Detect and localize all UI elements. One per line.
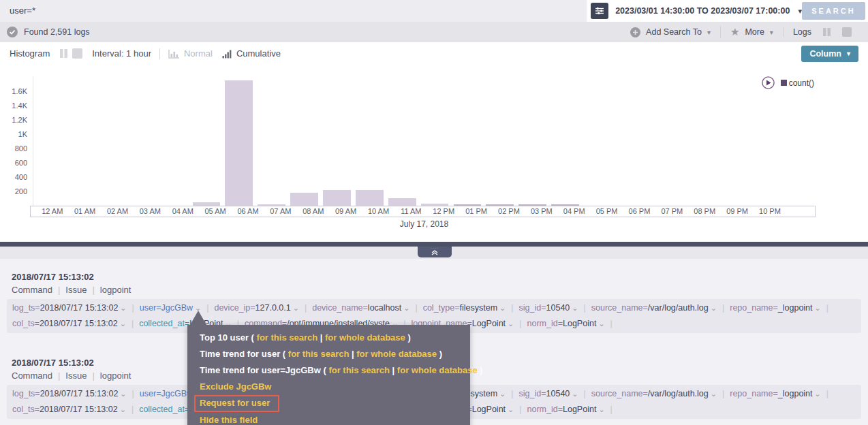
field-separator: | xyxy=(584,303,586,313)
field-dropdown-icon[interactable]: ⌄ xyxy=(572,390,578,398)
log-field-device_name[interactable]: device_name=localhost⌄ xyxy=(312,303,409,313)
normal-mode-button[interactable]: Normal xyxy=(168,48,213,59)
menu-item-top-10-user[interactable]: Top 10 user ( for this search | for whol… xyxy=(187,330,470,346)
field-separator: | xyxy=(132,303,134,313)
field-dropdown-icon[interactable]: ⌄ xyxy=(508,319,514,328)
x-tick-label: 09 AM xyxy=(330,207,362,215)
grid-view-icon[interactable] xyxy=(842,27,852,37)
log-tag-logpoint[interactable]: logpoint xyxy=(100,285,131,295)
list-view-icon[interactable] xyxy=(822,27,831,37)
menu-link[interactable]: for this search xyxy=(288,349,350,359)
menu-link[interactable]: for whole database xyxy=(356,349,437,359)
time-range-picker[interactable]: 2023/03/01 14:30:00 TO 2023/03/07 17:00:… xyxy=(615,6,802,16)
log-field-norm_id[interactable]: norm_id=LogPoint⌄ xyxy=(527,319,605,328)
log-tag-issue[interactable]: Issue xyxy=(65,285,87,295)
menu-link[interactable]: for this search xyxy=(328,365,390,375)
log-field-source_name[interactable]: source_name=/var/log/auth.log⌄ xyxy=(591,389,717,398)
y-tick-label: 1.6K xyxy=(0,87,27,95)
log-field-sig_id[interactable]: sig_id=10540⌄ xyxy=(519,389,578,398)
search-query-input[interactable]: user=* xyxy=(0,0,587,22)
menu-link[interactable]: Request for user xyxy=(200,398,270,408)
histogram-bar-10am[interactable] xyxy=(388,198,416,206)
found-logs-text: Found 2,591 logs xyxy=(24,27,90,37)
log-field-log_ts[interactable]: log_ts=2018/07/17 15:13:02⌄ xyxy=(12,303,127,313)
field-dropdown-icon[interactable]: ⌄ xyxy=(120,405,126,413)
menu-item-request-for-user[interactable]: Request for user xyxy=(187,395,470,412)
more-label: More xyxy=(745,27,764,37)
ascending-bars-icon xyxy=(222,49,232,59)
field-dropdown-icon[interactable]: ⌄ xyxy=(120,319,126,328)
menu-link[interactable]: for whole database xyxy=(325,332,405,343)
log-field-col_type[interactable]: col_type=filesystem⌄ xyxy=(423,303,506,313)
field-dropdown-icon[interactable]: ⌄ xyxy=(598,319,604,328)
more-menu-button[interactable]: ★ More ▾ xyxy=(720,26,783,38)
menu-item-time-trend-for-user[interactable]: Time trend for user ( for this search | … xyxy=(187,346,470,362)
field-separator: | xyxy=(131,319,134,328)
histogram-bar-07am[interactable] xyxy=(290,193,318,206)
histogram-bar-08am[interactable] xyxy=(323,190,351,206)
field-context-menu: Top 10 user ( for this search | for whol… xyxy=(187,325,470,425)
log-field-col_ts[interactable]: col_ts=2018/07/17 15:13:02⌄ xyxy=(12,405,126,414)
y-tick-label: 800 xyxy=(0,144,27,153)
log-tag-command[interactable]: Command xyxy=(12,285,52,295)
add-search-to-button[interactable]: Add Search To ▾ xyxy=(621,27,720,37)
field-dropdown-icon[interactable]: ⌄ xyxy=(120,304,126,312)
cumulative-label: Cumulative xyxy=(236,48,281,59)
menu-item-exclude-value[interactable]: Exclude JgcGBw xyxy=(187,379,470,395)
field-separator: | xyxy=(519,319,521,328)
histogram-bar-05am[interactable] xyxy=(225,80,253,206)
field-dropdown-icon[interactable]: ⌄ xyxy=(711,304,717,312)
field-separator: | xyxy=(206,303,208,313)
collapse-chart-button[interactable]: ···· xyxy=(418,247,452,257)
menu-text: ) xyxy=(478,365,483,375)
x-tick-label: 05 PM xyxy=(591,207,623,215)
menu-link[interactable]: for this search xyxy=(257,332,318,343)
play-button-icon[interactable] xyxy=(762,76,775,89)
x-tick-label: 03 PM xyxy=(525,207,558,215)
field-dropdown-icon[interactable]: ⌄ xyxy=(508,405,514,413)
field-dropdown-icon[interactable]: ⌄ xyxy=(499,390,506,398)
field-separator: | xyxy=(610,405,613,414)
menu-pointer-arrow xyxy=(190,311,206,325)
menu-link[interactable]: Exclude JgcGBw xyxy=(200,381,271,392)
field-dropdown-icon[interactable]: ⌄ xyxy=(293,304,299,312)
log-field-repo_name[interactable]: repo_name=_logpoint⌄ xyxy=(730,389,821,398)
field-dropdown-icon[interactable]: ⌄ xyxy=(815,390,821,398)
chart-type-dropdown[interactable]: Column ▾ xyxy=(801,46,858,62)
chevron-down-icon: ▾ xyxy=(770,29,773,36)
field-dropdown-icon[interactable]: ⌄ xyxy=(403,304,409,312)
field-dropdown-icon[interactable]: ⌄ xyxy=(120,390,126,398)
log-tag-issue[interactable]: Issue xyxy=(65,371,87,381)
log-field-col_ts[interactable]: col_ts=2018/07/17 15:13:02⌄ xyxy=(12,319,126,328)
log-field-source_name[interactable]: source_name=/var/log/auth.log⌄ xyxy=(591,303,717,313)
field-separator: | xyxy=(610,319,613,328)
menu-link[interactable]: Hide this field xyxy=(200,415,258,425)
menu-link[interactable]: for whole database xyxy=(397,365,478,375)
x-tick-label: 12 PM xyxy=(427,207,460,215)
square-layout-icon[interactable] xyxy=(72,48,82,59)
histogram-bar-09am[interactable] xyxy=(356,190,384,206)
log-field-sig_id[interactable]: sig_id=10540⌄ xyxy=(519,303,578,313)
menu-item-hide-this-field[interactable]: Hide this field xyxy=(187,412,470,425)
log-field-norm_id[interactable]: norm_id=LogPoint⌄ xyxy=(527,405,605,414)
search-button[interactable]: SEARCH xyxy=(802,2,865,20)
menu-text: Time trend for user=JgcGBw ( xyxy=(200,365,328,375)
field-dropdown-icon[interactable]: ⌄ xyxy=(598,405,604,413)
field-dropdown-icon[interactable]: ⌄ xyxy=(815,304,821,312)
field-separator: | xyxy=(305,303,307,313)
cumulative-mode-button[interactable]: Cumulative xyxy=(222,48,281,59)
field-dropdown-icon[interactable]: ⌄ xyxy=(499,304,506,312)
field-dropdown-icon[interactable]: ⌄ xyxy=(572,304,578,312)
menu-text: ) xyxy=(405,332,411,343)
log-tag-logpoint[interactable]: logpoint xyxy=(100,371,131,381)
columns-layout-icon[interactable] xyxy=(59,48,68,59)
menu-item-time-trend-for-user-value[interactable]: Time trend for user=JgcGBw ( for this se… xyxy=(187,362,470,379)
add-search-to-label: Add Search To xyxy=(646,27,702,37)
log-tag-command[interactable]: Command xyxy=(12,371,52,381)
field-dropdown-icon[interactable]: ⌄ xyxy=(711,390,717,398)
log-field-device_ip[interactable]: device_ip=127.0.0.1⌄ xyxy=(214,303,298,313)
log-field-repo_name[interactable]: repo_name=_logpoint⌄ xyxy=(730,303,821,313)
log-field-log_ts[interactable]: log_ts=2018/07/17 15:13:02⌄ xyxy=(12,389,127,398)
search-settings-button[interactable] xyxy=(591,3,609,19)
legend-count[interactable]: count() xyxy=(781,78,814,88)
